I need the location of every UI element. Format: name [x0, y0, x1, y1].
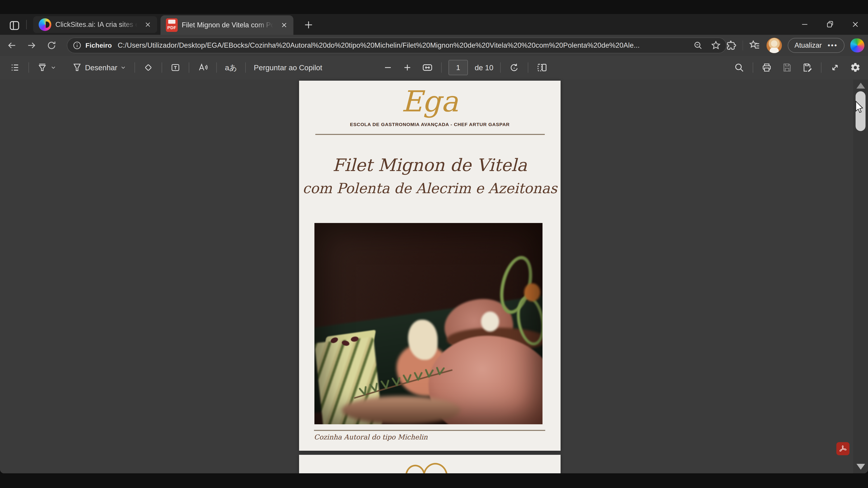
photo-caption: Cozinha Autoral do tipo Michelin — [314, 433, 428, 441]
divider-rule — [314, 430, 545, 431]
tabstrip-divider — [26, 20, 27, 29]
divider — [134, 62, 135, 73]
save-as-icon[interactable] — [801, 62, 814, 73]
adobe-acrobat-icon[interactable] — [836, 442, 849, 455]
scroll-up-icon[interactable] — [857, 83, 865, 89]
pen-icon — [72, 62, 82, 73]
divider — [245, 62, 246, 73]
url-text: C:/Users/Utilizador/Desktop/EGA/EBocks/C… — [118, 41, 688, 50]
ega-logo-partial — [405, 465, 425, 473]
favorites-list-icon[interactable] — [749, 39, 761, 51]
pdf-favicon-icon: PDF — [166, 18, 178, 32]
divider — [441, 62, 442, 73]
dish-photo — [314, 223, 542, 424]
rotate-icon[interactable] — [507, 62, 521, 73]
tab-clicksites[interactable]: ClickSites.ai: IA cria sites em minu — [33, 16, 157, 33]
address-bar-right: Atualizar ••• — [725, 35, 864, 56]
fullscreen-icon[interactable] — [828, 62, 842, 73]
tab-title: ClickSites.ai: IA cria sites em minu — [55, 21, 140, 29]
divider — [216, 62, 217, 73]
profile-avatar[interactable] — [767, 38, 782, 53]
tab-actions-icon[interactable] — [7, 19, 20, 32]
ega-logo-partial — [423, 463, 448, 473]
search-icon[interactable] — [733, 62, 746, 73]
draw-button[interactable]: Desenhar — [70, 62, 128, 73]
window-controls — [792, 14, 868, 35]
page-view-icon[interactable] — [535, 62, 549, 73]
divider — [743, 40, 743, 51]
print-icon[interactable] — [760, 62, 774, 73]
table-of-contents-icon[interactable] — [8, 62, 22, 73]
fit-to-width-icon[interactable] — [421, 62, 434, 73]
recipe-title-line2: com Polenta de Alecrim e Azeitonas — [299, 182, 561, 195]
info-icon — [72, 41, 82, 50]
clicksites-favicon-icon — [39, 18, 51, 31]
forward-icon[interactable] — [22, 35, 41, 55]
highlighter-icon[interactable] — [36, 62, 58, 73]
ask-copilot-button[interactable]: Perguntar ao Copilot — [252, 64, 324, 71]
new-tab-button[interactable] — [302, 19, 316, 31]
tab-pdf-active[interactable]: PDF Filet Mignon de Vitela com Polen — [160, 15, 293, 35]
page-number-input[interactable] — [448, 60, 468, 75]
divider-rule — [315, 134, 545, 135]
divider — [500, 62, 501, 73]
ega-logo: Ega — [299, 87, 561, 116]
tab-strip: ClickSites.ai: IA cria sites em minu PDF… — [0, 14, 868, 35]
tab-close-icon[interactable] — [280, 21, 288, 29]
update-settings-button[interactable]: Atualizar ••• — [788, 38, 844, 53]
tab-title: Filet Mignon de Vitela com Polen — [182, 21, 276, 29]
scroll-down-icon[interactable] — [857, 464, 865, 470]
read-aloud-icon[interactable] — [196, 62, 210, 73]
address-bar: Ficheiro C:/Users/Utilizador/Desktop/EGA… — [0, 35, 868, 56]
settings-gear-icon[interactable] — [848, 62, 862, 73]
recipe-title-line1: Filet Mignon de Vitela — [299, 157, 561, 174]
update-label: Atualizar — [795, 41, 822, 50]
add-text-icon[interactable] — [169, 62, 182, 73]
divider — [29, 62, 29, 73]
zoom-out-page-icon[interactable] — [693, 40, 703, 51]
pdf-page-1: Ega ESCOLA DE GASTRONOMIA AVANÇADA - CHE… — [299, 80, 561, 451]
translate-icon[interactable]: aあ — [223, 64, 239, 71]
tab-close-icon[interactable] — [144, 21, 152, 29]
zoom-in-icon[interactable] — [401, 63, 414, 72]
divider — [821, 62, 822, 73]
vertical-scrollbar[interactable] — [853, 79, 868, 473]
draw-label: Desenhar — [85, 64, 117, 71]
scheme-label: Ficheiro — [86, 41, 112, 49]
refresh-icon[interactable] — [41, 35, 61, 55]
page-count-label: de 10 — [475, 64, 493, 71]
extensions-icon[interactable] — [725, 39, 737, 51]
close-button[interactable] — [843, 14, 868, 35]
divider — [753, 62, 753, 73]
ask-copilot-label: Perguntar ao Copilot — [254, 64, 322, 71]
divider — [189, 62, 189, 73]
url-field[interactable]: Ficheiro C:/Users/Utilizador/Desktop/EGA… — [67, 37, 726, 53]
favorite-star-icon[interactable] — [711, 40, 721, 51]
chevron-down-icon — [50, 64, 57, 71]
back-icon[interactable] — [2, 35, 22, 55]
pdf-page-2 — [299, 455, 561, 473]
restore-button[interactable] — [817, 14, 843, 35]
divider — [528, 62, 528, 73]
logo-subtitle: ESCOLA DE GASTRONOMIA AVANÇADA - CHEF AR… — [299, 122, 561, 127]
save-icon[interactable] — [780, 62, 794, 73]
chevron-down-icon — [120, 64, 126, 71]
eraser-icon[interactable] — [142, 62, 155, 73]
minimize-button[interactable] — [792, 14, 817, 35]
scrollbar-thumb[interactable] — [856, 91, 866, 131]
zoom-out-icon[interactable] — [381, 63, 394, 72]
more-menu-icon: ••• — [828, 41, 838, 50]
browser-window: ClickSites.ai: IA cria sites em minu PDF… — [0, 14, 868, 473]
pdf-toolbar: Desenhar aあ Perguntar ao Copilot — [0, 56, 868, 80]
divider — [162, 62, 162, 73]
pdf-viewer: Ega ESCOLA DE GASTRONOMIA AVANÇADA - CHE… — [0, 79, 868, 473]
copilot-icon[interactable] — [850, 38, 864, 53]
